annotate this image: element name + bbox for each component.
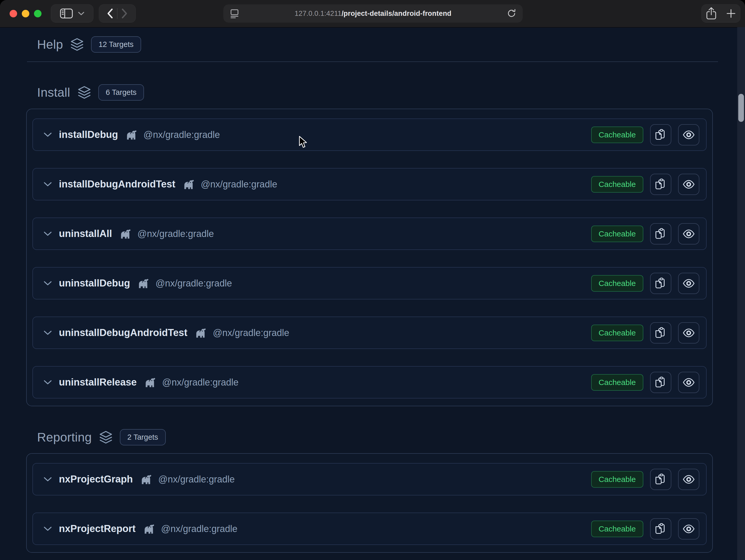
gradle-elephant-icon [143, 377, 156, 388]
target-name: uninstallRelease [59, 377, 137, 388]
target-executor: @nx/gradle:gradle [201, 179, 277, 190]
view-target-button[interactable] [678, 223, 699, 244]
view-target-button[interactable] [678, 372, 699, 393]
eye-icon [682, 129, 695, 141]
target-name: uninstallDebug [59, 278, 130, 289]
view-target-button[interactable] [678, 124, 699, 145]
browser-window: 127.0.0.1:4211/project-details/android-f… [0, 0, 745, 560]
copy-icon [654, 228, 667, 240]
copy-target-button[interactable] [650, 174, 671, 195]
mouse-cursor [298, 136, 307, 149]
layers-icon [77, 85, 91, 99]
toolbar-actions [702, 4, 740, 23]
scrollbar-thumb[interactable] [738, 94, 744, 122]
forward-button[interactable] [121, 8, 128, 19]
chevron-right-icon [121, 8, 128, 19]
view-target-button[interactable] [678, 273, 699, 294]
minimize-window-button[interactable] [22, 10, 29, 18]
target-row-uninstallDebugAndroidTest[interactable]: uninstallDebugAndroidTest @nx/gradle:gra… [32, 317, 707, 349]
copy-icon [654, 327, 667, 339]
cacheable-badge: Cacheable [591, 521, 643, 537]
target-name: installDebug [59, 129, 118, 140]
view-target-button[interactable] [678, 174, 699, 195]
target-row-nxProjectReport[interactable]: nxProjectReport @nx/gradle:gradle Cachea… [32, 513, 707, 545]
eye-icon [682, 523, 695, 535]
eye-icon [682, 376, 695, 389]
layers-icon [99, 430, 113, 444]
cacheable-badge: Cacheable [591, 471, 643, 488]
chevron-down-icon [44, 380, 52, 385]
target-executor: @nx/gradle:gradle [137, 229, 214, 239]
section-header-reporting: Reporting 2 Targets [37, 427, 745, 448]
target-row-nxProjectGraph[interactable]: nxProjectGraph @nx/gradle:gradle Cacheab… [32, 463, 707, 495]
section-title: Install [37, 85, 70, 100]
target-executor: @nx/gradle:gradle [158, 474, 235, 485]
sidebar-icon [60, 8, 73, 19]
targets-count-badge: 6 Targets [98, 84, 144, 101]
targets-group-reporting: nxProjectGraph @nx/gradle:gradle Cacheab… [26, 453, 713, 553]
scrollbar-track[interactable] [737, 27, 745, 560]
close-window-button[interactable] [9, 10, 17, 18]
target-row-uninstallRelease[interactable]: uninstallRelease @nx/gradle:gradle Cache… [32, 366, 707, 398]
browser-toolbar: 127.0.0.1:4211/project-details/android-f… [0, 0, 745, 28]
eye-icon [682, 473, 695, 486]
reload-button[interactable] [507, 8, 516, 19]
back-button[interactable] [107, 8, 114, 19]
eye-icon [682, 327, 695, 339]
chevron-down-icon [44, 330, 52, 335]
chevron-down-icon [44, 281, 52, 286]
target-name: nxProjectGraph [59, 474, 133, 485]
cacheable-badge: Cacheable [591, 176, 643, 193]
sidebar-menu-button[interactable] [78, 12, 84, 15]
new-tab-button[interactable] [726, 8, 736, 19]
cacheable-badge: Cacheable [591, 225, 643, 242]
chevron-down-icon [78, 12, 84, 15]
gradle-elephant-icon [139, 474, 152, 485]
sidebar-toggle-button[interactable] [60, 8, 73, 19]
address-bar[interactable]: 127.0.0.1:4211/project-details/android-f… [223, 4, 523, 23]
copy-target-button[interactable] [650, 372, 671, 393]
targets-group-install: installDebug @nx/gradle:gradle Cacheable [26, 109, 713, 406]
copy-icon [654, 178, 667, 190]
page-settings-button[interactable] [230, 8, 239, 19]
copy-target-button[interactable] [650, 223, 671, 244]
copy-target-button[interactable] [650, 124, 671, 145]
plus-icon [726, 8, 736, 19]
copy-target-button[interactable] [650, 322, 671, 344]
reader-view-icon [230, 8, 239, 19]
share-button[interactable] [706, 7, 717, 20]
target-row-installDebugAndroidTest[interactable]: installDebugAndroidTest @nx/gradle:gradl… [32, 168, 707, 200]
reload-icon [507, 8, 516, 19]
nav-divider [117, 8, 118, 19]
section-header-help: Help 12 Targets [37, 34, 745, 55]
copy-icon [654, 376, 667, 389]
gradle-elephant-icon [142, 523, 155, 535]
copy-target-button[interactable] [650, 273, 671, 294]
url-text: 127.0.0.1:4211/project-details/android-f… [239, 10, 507, 18]
gradle-elephant-icon [182, 179, 195, 190]
copy-icon [654, 277, 667, 290]
copy-target-button[interactable] [650, 469, 671, 490]
chevron-down-icon [44, 182, 52, 187]
gradle-elephant-icon [137, 278, 149, 289]
target-row-uninstallAll[interactable]: uninstallAll @nx/gradle:gradle Cacheable [32, 217, 707, 250]
cacheable-badge: Cacheable [591, 374, 643, 391]
eye-icon [682, 228, 695, 240]
zoom-window-button[interactable] [34, 10, 41, 18]
target-executor: @nx/gradle:gradle [213, 327, 289, 338]
target-row-installDebug[interactable]: installDebug @nx/gradle:gradle Cacheable [32, 118, 707, 151]
section-header-install: Install 6 Targets [37, 82, 745, 103]
copy-target-button[interactable] [650, 518, 671, 539]
copy-icon [654, 129, 667, 141]
target-row-uninstallDebug[interactable]: uninstallDebug @nx/gradle:gradle Cacheab… [32, 267, 707, 300]
view-target-button[interactable] [678, 469, 699, 490]
url-host: 127.0.0.1:4211 [295, 10, 342, 18]
view-target-button[interactable] [678, 322, 699, 344]
target-executor: @nx/gradle:gradle [155, 278, 232, 289]
section-title: Help [37, 37, 63, 51]
chevron-down-icon [44, 477, 52, 482]
gradle-elephant-icon [119, 228, 131, 240]
chevron-down-icon [44, 527, 52, 531]
targets-count-badge: 12 Targets [91, 36, 141, 53]
view-target-button[interactable] [678, 518, 699, 539]
